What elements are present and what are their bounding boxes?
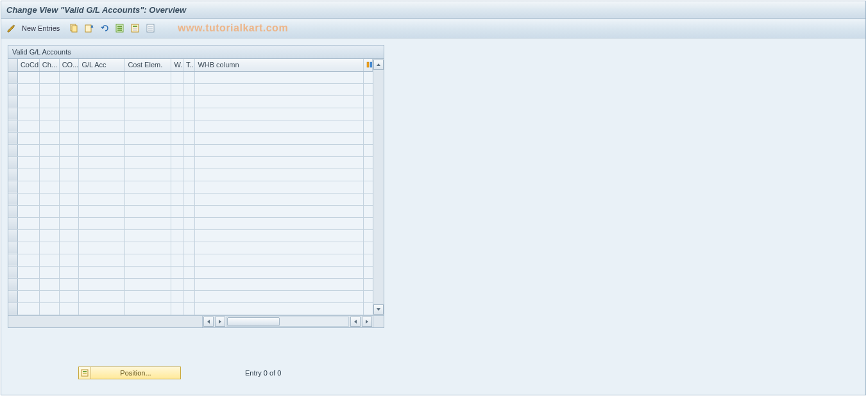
table-cell[interactable] [17, 132, 39, 144]
row-selector[interactable] [8, 302, 17, 315]
table-cell[interactable] [363, 169, 372, 181]
table-cell[interactable] [79, 266, 125, 278]
table-row[interactable] [8, 156, 373, 169]
table-cell[interactable] [183, 242, 195, 254]
scroll-left-end-icon[interactable] [350, 317, 361, 327]
table-cell[interactable] [79, 169, 125, 181]
table-cell[interactable] [59, 181, 79, 193]
table-cell[interactable] [17, 205, 39, 217]
horizontal-scroll-thumb[interactable] [227, 317, 280, 326]
row-selector[interactable] [8, 217, 17, 229]
table-cell[interactable] [59, 242, 79, 254]
scroll-right-inner-icon[interactable] [215, 317, 225, 327]
table-cell[interactable] [125, 95, 171, 108]
table-cell[interactable] [125, 302, 171, 315]
column-header-co[interactable]: CO... [59, 59, 79, 71]
scroll-left-icon[interactable] [203, 317, 214, 327]
table-cell[interactable] [39, 156, 59, 169]
table-cell[interactable] [79, 108, 125, 120]
row-selector[interactable] [8, 169, 17, 181]
row-selector[interactable] [8, 229, 17, 242]
table-cell[interactable] [183, 205, 195, 217]
horizontal-scroll-track[interactable] [226, 317, 349, 327]
table-cell[interactable] [79, 290, 125, 302]
table-cell[interactable] [79, 144, 125, 156]
table-cell[interactable] [39, 181, 59, 193]
table-cell[interactable] [17, 95, 39, 108]
table-cell[interactable] [195, 144, 363, 156]
table-cell[interactable] [59, 254, 79, 266]
row-selector[interactable] [8, 83, 17, 95]
table-cell[interactable] [195, 108, 363, 120]
table-cell[interactable] [171, 71, 183, 83]
row-selector[interactable] [8, 290, 17, 302]
table-row[interactable] [8, 229, 373, 242]
row-selector[interactable] [8, 205, 17, 217]
table-cell[interactable] [171, 254, 183, 266]
table-cell[interactable] [39, 278, 59, 290]
deselect-all-icon[interactable] [144, 22, 157, 35]
table-cell[interactable] [39, 302, 59, 315]
table-row[interactable] [8, 205, 373, 217]
table-cell[interactable] [17, 144, 39, 156]
table-row[interactable] [8, 144, 373, 156]
new-entries-button[interactable]: New Entries [21, 22, 65, 35]
grid-table[interactable]: CoCd Ch... CO... G/L Acc Cost Elem. W. T… [8, 59, 373, 315]
table-cell[interactable] [363, 83, 372, 95]
table-cell[interactable] [363, 229, 372, 242]
table-cell[interactable] [59, 229, 79, 242]
table-cell[interactable] [59, 290, 79, 302]
table-cell[interactable] [183, 95, 195, 108]
table-cell[interactable] [39, 132, 59, 144]
table-cell[interactable] [59, 266, 79, 278]
column-header-whb[interactable]: WHB column [195, 59, 363, 71]
table-cell[interactable] [39, 254, 59, 266]
table-row[interactable] [8, 254, 373, 266]
table-cell[interactable] [363, 278, 372, 290]
table-cell[interactable] [79, 193, 125, 205]
table-cell[interactable] [17, 156, 39, 169]
table-cell[interactable] [125, 217, 171, 229]
table-cell[interactable] [171, 169, 183, 181]
table-cell[interactable] [17, 83, 39, 95]
table-cell[interactable] [195, 229, 363, 242]
table-cell[interactable] [59, 132, 79, 144]
table-row[interactable] [8, 193, 373, 205]
select-block-icon[interactable] [129, 22, 142, 35]
table-cell[interactable] [39, 71, 59, 83]
column-header-cocd[interactable]: CoCd [17, 59, 39, 71]
table-cell[interactable] [363, 205, 372, 217]
table-row[interactable] [8, 302, 373, 315]
table-cell[interactable] [183, 290, 195, 302]
scroll-up-icon[interactable] [373, 60, 384, 70]
row-selector[interactable] [8, 71, 17, 83]
table-cell[interactable] [171, 181, 183, 193]
table-cell[interactable] [39, 120, 59, 132]
column-header-t[interactable]: T.. [183, 59, 195, 71]
table-cell[interactable] [363, 193, 372, 205]
table-cell[interactable] [363, 302, 372, 315]
table-cell[interactable] [59, 144, 79, 156]
table-row[interactable] [8, 278, 373, 290]
table-cell[interactable] [39, 229, 59, 242]
table-cell[interactable] [59, 120, 79, 132]
table-cell[interactable] [363, 217, 372, 229]
row-selector[interactable] [8, 132, 17, 144]
table-row[interactable] [8, 71, 373, 83]
table-cell[interactable] [183, 108, 195, 120]
table-cell[interactable] [171, 144, 183, 156]
table-cell[interactable] [363, 108, 372, 120]
row-selector[interactable] [8, 193, 17, 205]
table-row[interactable] [8, 108, 373, 120]
table-cell[interactable] [17, 71, 39, 83]
table-cell[interactable] [125, 169, 171, 181]
table-cell[interactable] [363, 156, 372, 169]
table-cell[interactable] [79, 205, 125, 217]
table-cell[interactable] [59, 217, 79, 229]
table-cell[interactable] [363, 266, 372, 278]
table-cell[interactable] [195, 254, 363, 266]
table-cell[interactable] [39, 95, 59, 108]
table-cell[interactable] [363, 120, 372, 132]
table-cell[interactable] [17, 217, 39, 229]
table-cell[interactable] [171, 242, 183, 254]
